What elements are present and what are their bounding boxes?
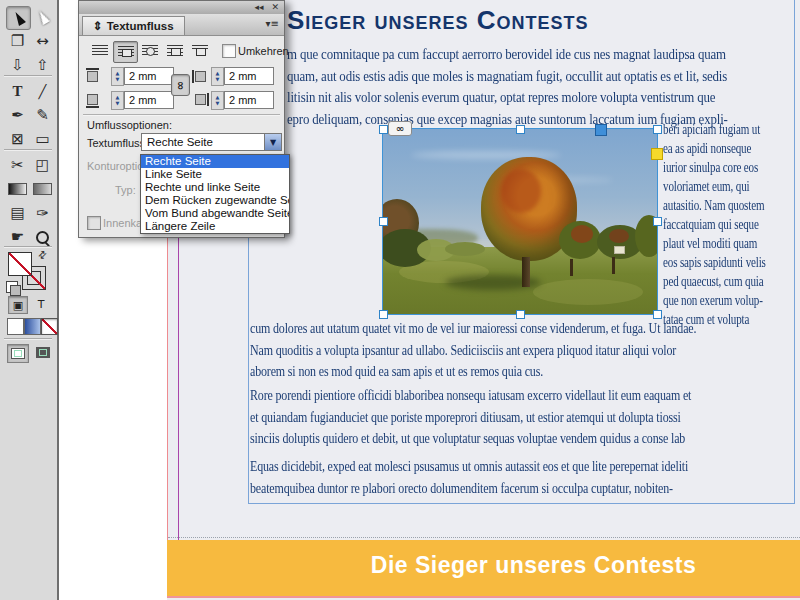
umflussoptionen-label: Umflussoptionen: (87, 119, 172, 131)
bottom-offset-icon (87, 94, 98, 105)
tool-gradient-swatch-tool[interactable] (6, 178, 29, 200)
tool-note-tool[interactable]: ▤ (6, 202, 29, 224)
formatting-affects-text-button[interactable]: T (32, 296, 50, 312)
wrap-mode-jump-to-next-column-button[interactable] (188, 41, 211, 61)
dropdown-item-5[interactable]: Vom Bund abgewandte Seite (141, 207, 289, 220)
photo-tree-trunk (522, 257, 530, 287)
tool-eyedropper-tool[interactable]: ✑ (31, 202, 54, 224)
left-offset-icon (195, 71, 206, 82)
toolbar-divider (4, 338, 52, 340)
toolbar-divider (4, 149, 52, 151)
dropdown-item-4[interactable]: Dem Rücken zugewandte Seite (141, 194, 289, 207)
content-collector-tool-icon: ⇩ (11, 56, 24, 74)
tool-selection-tool[interactable] (6, 6, 31, 30)
selection-handle[interactable] (516, 310, 525, 319)
left-offset-stepper[interactable]: ▲▼ (211, 67, 224, 86)
swap-fill-stroke-icon[interactable]: ⇄ (35, 248, 49, 262)
pencil-tool-icon: ✎ (36, 106, 49, 124)
jump-object-icon (167, 45, 183, 57)
dropdown-item-1[interactable]: Rechte Seite (141, 155, 289, 168)
tool-type-tool[interactable]: T (6, 80, 29, 102)
text-line: autasitio. Nam quostem (663, 195, 764, 215)
wrap-mode-no-wrap-button[interactable] (88, 41, 111, 61)
default-fill-stroke-icon[interactable] (6, 281, 18, 293)
tool-hand-tool[interactable]: ☛ (6, 226, 29, 248)
panel-cycle-icon: ⇕ (93, 19, 103, 33)
tool-pen-tool[interactable]: ✒ (6, 104, 29, 126)
text-line: Rore porendi pientiore officidi blaborib… (250, 385, 691, 405)
apply-color-button[interactable] (7, 318, 24, 335)
ruler-guide-dotted[interactable] (168, 537, 800, 538)
dropdown-item-2[interactable]: Linke Seite (141, 168, 289, 181)
bottom-offset-field[interactable]: 2 mm (124, 91, 174, 109)
close-panel-icon[interactable]: ✕ (271, 3, 279, 12)
bottom-offset-stepper[interactable]: ▲▼ (111, 91, 124, 110)
no-wrap-icon (92, 45, 108, 57)
tool-content-placer-tool[interactable]: ⇧ (31, 54, 54, 76)
dropdown-arrow-icon[interactable]: ▼ (264, 134, 281, 150)
yellow-banner-frame[interactable]: Die Sieger unseres Contests (167, 540, 800, 596)
dropdown-item-3[interactable]: Rechte und linke Seite (141, 181, 289, 194)
text-line: quam, aut odis estis adis que moles is m… (287, 66, 727, 86)
live-corner-handle[interactable] (651, 148, 663, 160)
left-offset-field[interactable]: 2 mm (224, 67, 274, 85)
tool-content-collector-tool[interactable]: ⇩ (6, 54, 29, 76)
right-offset-stepper[interactable]: ▲▼ (211, 91, 224, 110)
tool-pencil-tool[interactable]: ✎ (31, 104, 54, 126)
selection-handle[interactable] (379, 125, 388, 134)
top-offset-stepper[interactable]: ▲▼ (111, 67, 124, 86)
dropdown-item-6[interactable]: Längere Zeile (141, 220, 289, 233)
text-line: et quiandam fugianduciet que poriste mpo… (250, 407, 681, 427)
innenkanten-checkbox[interactable] (87, 216, 101, 230)
apply-none-button[interactable] (41, 318, 58, 335)
textumfluss-dropdown[interactable]: Rechte Seite ▼ (141, 133, 282, 151)
text-line: m que comnitaque pa cum faccupt aerrorro… (287, 44, 726, 64)
text-line: ea as apidi nonseque (663, 138, 751, 158)
tool-free-transform-tool[interactable]: ◰ (31, 154, 54, 176)
text-line: faccatquiam qui seque (663, 214, 759, 234)
free-transform-tool-icon: ◰ (35, 156, 49, 174)
tab-textumfluss[interactable]: ⇕ Textumfluss (82, 16, 185, 35)
hand-tool-icon: ☛ (11, 228, 24, 246)
apply-gradient-button[interactable] (24, 318, 41, 335)
autumn-trees-photo[interactable] (383, 129, 657, 314)
wrap-mode-jump-object-button[interactable] (163, 41, 186, 61)
collapse-panel-icon[interactable]: ◂◂ (254, 3, 263, 12)
selection-handle[interactable] (653, 217, 662, 226)
normal-screen-mode-button[interactable] (7, 344, 29, 363)
tool-rectangle-tool[interactable]: ▭ (31, 128, 54, 150)
selection-tool-icon (12, 10, 26, 26)
selection-handle[interactable] (379, 310, 388, 319)
link-badge-icon[interactable]: ∞ (388, 121, 412, 136)
panel-menu-icon[interactable]: ▾≡ (266, 19, 279, 29)
text-line: Equas dicidebit, exped eat molesci psusa… (250, 456, 688, 476)
tool-direct-selection-tool[interactable] (31, 6, 54, 28)
tool-zoom-tool[interactable] (31, 226, 54, 248)
selection-handle[interactable] (653, 125, 662, 134)
text-line: que non exerum volup- (663, 290, 763, 310)
umkehren-checkbox[interactable] (222, 44, 236, 58)
tool-frame-tool[interactable]: ⊠ (6, 128, 29, 150)
dropdown-selected-value: Rechte Seite (147, 136, 213, 148)
image-frame[interactable]: ∞ (382, 128, 658, 315)
frame-top-handle[interactable] (595, 124, 607, 136)
wrap-mode-wrap-around-bounding-box-button[interactable] (113, 41, 138, 63)
preview-screen-mode-button[interactable] (33, 344, 53, 361)
selection-handle[interactable] (516, 125, 525, 134)
selection-handle[interactable] (379, 217, 388, 226)
wrap-mode-wrap-around-object-shape-button[interactable] (138, 41, 161, 61)
top-offset-field[interactable]: 2 mm (124, 67, 174, 85)
right-offset-field[interactable]: 2 mm (224, 91, 274, 109)
selection-handle[interactable] (653, 310, 662, 319)
tool-scissors-tool[interactable]: ✂ (6, 154, 29, 176)
rectangle-tool-icon: ▭ (35, 130, 49, 148)
tool-line-tool[interactable]: ╱ (31, 80, 54, 102)
tool-gradient-feather-tool[interactable] (31, 178, 54, 200)
tool-gap-tool[interactable]: ↔ (31, 30, 54, 52)
text-line: voloriamet eum, qui (663, 176, 749, 196)
tool-page-tool[interactable]: ❐ (6, 30, 29, 52)
photo-small-trunk (570, 259, 573, 276)
formatting-affects-container-button[interactable]: ▣ (8, 296, 28, 314)
fill-swatch-none[interactable] (8, 252, 32, 276)
link-offsets-button[interactable]: ∞ (171, 74, 190, 96)
